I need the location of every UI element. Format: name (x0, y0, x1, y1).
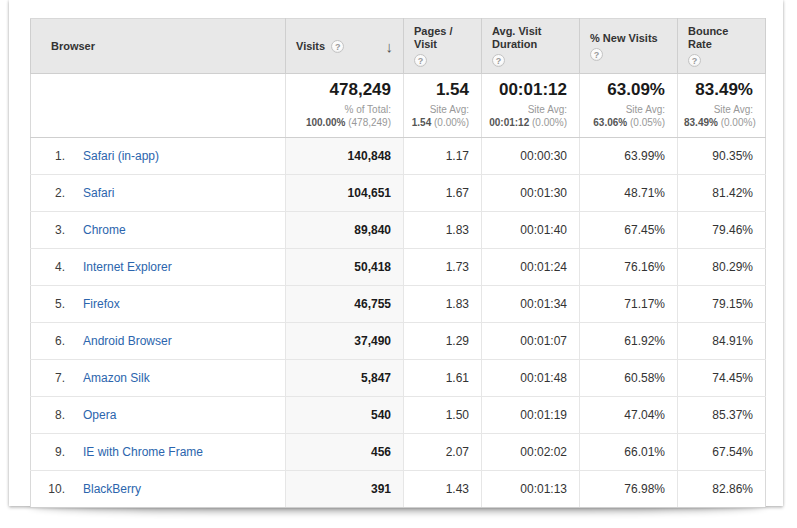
column-header-visits[interactable]: Visits ? ↓ (286, 19, 404, 74)
summary-sub-label: Site Avg: (714, 104, 753, 115)
help-icon[interactable]: ? (492, 54, 505, 67)
summary-sub-label: Site Avg: (626, 104, 665, 115)
browser-link[interactable]: Chrome (83, 223, 126, 237)
browser-cell: 4.Internet Explorer (31, 249, 286, 286)
table-row: 7.Amazon Silk 5,847 1.61 00:01:48 60.58%… (31, 360, 766, 397)
summary-sub-label: % of Total: (344, 104, 391, 115)
row-rank: 5. (31, 297, 65, 311)
summary-sub-value: 1.54 (412, 117, 431, 128)
summary-avg-visit-duration: 00:01:12 Site Avg: 00:01:12 (0.00%) (482, 74, 580, 138)
avg-visit-duration-cell: 00:00:30 (482, 138, 580, 175)
pct-new-visits-cell: 66.01% (580, 434, 678, 471)
help-icon[interactable]: ? (414, 54, 427, 67)
visits-cell: 140,848 (286, 138, 404, 175)
column-label: Avg. Visit Duration (492, 25, 569, 51)
browser-link[interactable]: IE with Chrome Frame (83, 445, 203, 459)
summary-sub-label: Site Avg: (528, 104, 567, 115)
visits-cell: 37,490 (286, 323, 404, 360)
pct-new-visits-cell: 76.16% (580, 249, 678, 286)
pages-per-visit-cell: 1.83 (404, 212, 482, 249)
table-row: 2.Safari 104,651 1.67 00:01:30 48.71% 81… (31, 175, 766, 212)
summary-sub-paren: (0.05%) (630, 117, 665, 128)
summary-sub-paren: (0.00%) (721, 117, 756, 128)
column-header-bounce-rate[interactable]: Bounce Rate ? (678, 19, 766, 74)
summary-sub-paren: (478,249) (348, 117, 391, 128)
pages-per-visit-cell: 1.50 (404, 397, 482, 434)
summary-sub-value: 83.49% (684, 117, 718, 128)
avg-visit-duration-cell: 00:01:07 (482, 323, 580, 360)
row-rank: 10. (31, 482, 65, 496)
summary-bounce-rate: 83.49% Site Avg: 83.49% (0.00%) (678, 74, 766, 138)
browser-cell: 5.Firefox (31, 286, 286, 323)
visits-cell: 104,651 (286, 175, 404, 212)
browser-link[interactable]: Opera (83, 408, 116, 422)
summary-sub-value: 00:01:12 (489, 117, 529, 128)
pages-per-visit-cell: 1.67 (404, 175, 482, 212)
summary-value: 63.09% (586, 80, 665, 100)
browser-link[interactable]: Android Browser (83, 334, 172, 348)
table-row: 10.BlackBerry 391 1.43 00:01:13 76.98% 8… (31, 471, 766, 508)
summary-sub-value: 63.06% (593, 117, 627, 128)
summary-value: 83.49% (684, 80, 753, 100)
visits-cell: 46,755 (286, 286, 404, 323)
summary-row: 478,249 % of Total: 100.00% (478,249) 1.… (31, 74, 766, 138)
help-icon[interactable]: ? (688, 54, 701, 67)
avg-visit-duration-cell: 00:01:13 (482, 471, 580, 508)
summary-visits: 478,249 % of Total: 100.00% (478,249) (286, 74, 404, 138)
browser-cell: 9.IE with Chrome Frame (31, 434, 286, 471)
pct-new-visits-cell: 63.99% (580, 138, 678, 175)
avg-visit-duration-cell: 00:01:48 (482, 360, 580, 397)
column-header-avg-visit-duration[interactable]: Avg. Visit Duration ? (482, 19, 580, 74)
browser-link[interactable]: Amazon Silk (83, 371, 150, 385)
column-header-browser[interactable]: Browser (31, 19, 286, 74)
pct-new-visits-cell: 60.58% (580, 360, 678, 397)
avg-visit-duration-cell: 00:01:24 (482, 249, 580, 286)
row-rank: 2. (31, 186, 65, 200)
visits-cell: 391 (286, 471, 404, 508)
column-label: Browser (51, 40, 95, 53)
bounce-rate-cell: 79.46% (678, 212, 766, 249)
browser-cell: 1.Safari (in-app) (31, 138, 286, 175)
browser-cell: 6.Android Browser (31, 323, 286, 360)
browser-link[interactable]: Firefox (83, 297, 120, 311)
pages-per-visit-cell: 1.61 (404, 360, 482, 397)
summary-sub-label: Site Avg: (430, 104, 469, 115)
avg-visit-duration-cell: 00:01:19 (482, 397, 580, 434)
summary-value: 478,249 (292, 80, 391, 100)
bounce-rate-cell: 85.37% (678, 397, 766, 434)
row-rank: 9. (31, 445, 65, 459)
table-header: Browser Visits ? ↓ Pages / Visit ? (31, 19, 766, 74)
pct-new-visits-cell: 61.92% (580, 323, 678, 360)
pages-per-visit-cell: 1.73 (404, 249, 482, 286)
table-row: 6.Android Browser 37,490 1.29 00:01:07 6… (31, 323, 766, 360)
column-header-pages-per-visit[interactable]: Pages / Visit ? (404, 19, 482, 74)
summary-pct-new-visits: 63.09% Site Avg: 63.06% (0.05%) (580, 74, 678, 138)
browser-cell: 3.Chrome (31, 212, 286, 249)
browser-link[interactable]: Safari (83, 186, 114, 200)
browser-link[interactable]: BlackBerry (83, 482, 141, 496)
browser-link[interactable]: Safari (in-app) (83, 149, 159, 163)
table-row: 3.Chrome 89,840 1.83 00:01:40 67.45% 79.… (31, 212, 766, 249)
row-rank: 8. (31, 408, 65, 422)
help-icon[interactable]: ? (590, 48, 603, 61)
pct-new-visits-cell: 48.71% (580, 175, 678, 212)
bounce-rate-cell: 90.35% (678, 138, 766, 175)
table-row: 1.Safari (in-app) 140,848 1.17 00:00:30 … (31, 138, 766, 175)
column-label: Bounce Rate (688, 25, 755, 51)
bounce-rate-cell: 74.45% (678, 360, 766, 397)
table-row: 9.IE with Chrome Frame 456 2.07 00:02:02… (31, 434, 766, 471)
summary-value: 1.54 (410, 80, 469, 100)
pct-new-visits-cell: 47.04% (580, 397, 678, 434)
screenshot-stage: Browser Visits ? ↓ Pages / Visit ? (0, 0, 797, 528)
browser-link[interactable]: Internet Explorer (83, 260, 172, 274)
row-rank: 4. (31, 260, 65, 274)
column-header-pct-new-visits[interactable]: % New Visits ? (580, 19, 678, 74)
column-label: % New Visits (590, 32, 658, 45)
row-rank: 7. (31, 371, 65, 385)
help-icon[interactable]: ? (331, 40, 344, 53)
row-rank: 3. (31, 223, 65, 237)
browser-cell: 7.Amazon Silk (31, 360, 286, 397)
pct-new-visits-cell: 67.45% (580, 212, 678, 249)
visits-cell: 540 (286, 397, 404, 434)
column-label: Visits (296, 40, 325, 53)
